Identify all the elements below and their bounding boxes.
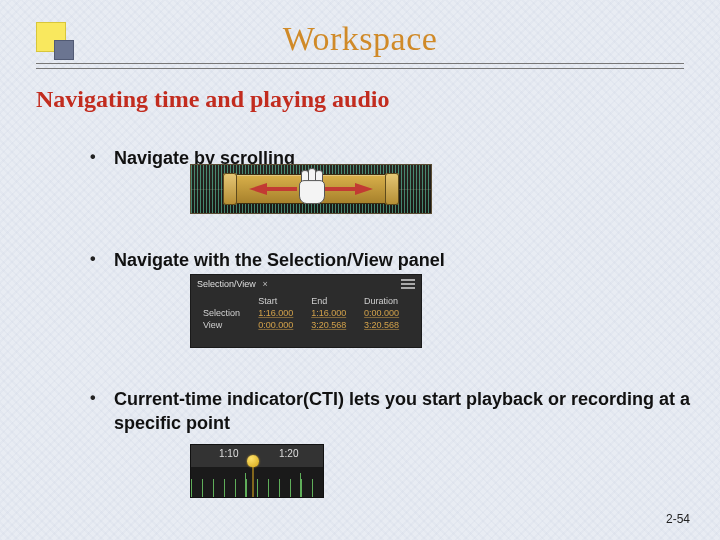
- section-subtitle: Navigating time and playing audio: [36, 86, 389, 113]
- arrow-left-icon: [249, 183, 267, 195]
- figure-selection-view-panel: Selection/View × Start End Duration Sele…: [190, 274, 422, 348]
- col-header: Duration: [360, 295, 413, 307]
- cell-duration: 3:20.568: [360, 319, 413, 331]
- page-number: 2-54: [666, 512, 690, 526]
- table-row: View 0:00.000 3:20.568 3:20.568: [199, 319, 413, 331]
- row-label: Selection: [199, 307, 254, 319]
- figure-scroll-navigation: [190, 164, 432, 214]
- cell-end: 3:20.568: [307, 319, 360, 331]
- cell-duration: 0:00.000: [360, 307, 413, 319]
- cell-start: 0:00.000: [254, 319, 307, 331]
- panel-tab-label: Selection/View: [197, 279, 256, 289]
- cell-start: 1:16.000: [254, 307, 307, 319]
- panel-menu-icon: [401, 279, 415, 289]
- cti-playhead-icon: [247, 455, 259, 467]
- col-header: End: [307, 295, 360, 307]
- row-label: View: [199, 319, 254, 331]
- title-rule: [36, 63, 684, 69]
- time-label: 1:20: [279, 448, 298, 459]
- selection-view-table: Start End Duration Selection 1:16.000 1:…: [199, 295, 413, 331]
- grab-hand-icon: [294, 168, 328, 206]
- table-row: Selection 1:16.000 1:16.000 0:00.000: [199, 307, 413, 319]
- bullet-item: Navigate with the Selection/View panel: [90, 248, 710, 272]
- cell-end: 1:16.000: [307, 307, 360, 319]
- figure-cti-ruler: 1:10 1:20: [190, 444, 324, 498]
- panel-tab: Selection/View ×: [197, 279, 268, 289]
- page-title: Workspace: [0, 20, 720, 58]
- col-header: Start: [254, 295, 307, 307]
- time-label: 1:10: [219, 448, 238, 459]
- close-icon: ×: [262, 279, 267, 289]
- bullet-item: Current-time indicator(CTI) lets you sta…: [90, 387, 710, 436]
- arrow-right-icon: [355, 183, 373, 195]
